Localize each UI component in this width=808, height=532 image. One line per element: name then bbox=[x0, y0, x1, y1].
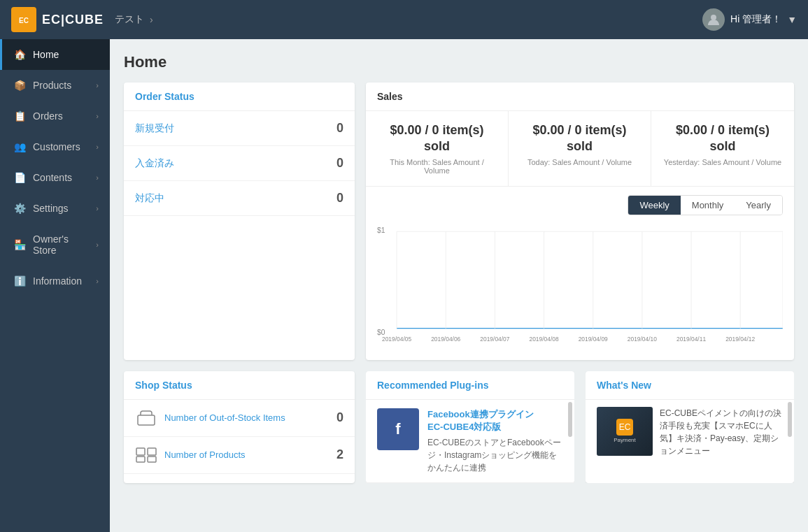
chevron-icon: › bbox=[96, 81, 99, 89]
sidebar-item-settings[interactable]: ⚙️ Settings › bbox=[0, 193, 110, 224]
nav-left: EC EC|CUBE テスト › bbox=[11, 7, 153, 32]
logo[interactable]: EC EC|CUBE bbox=[11, 7, 104, 32]
plugin-info: Facebook連携プラグインEC-CUBE4対応版 EC-CUBEのストアとF… bbox=[427, 408, 563, 474]
shop-status-row-2: Number of Products 2 bbox=[124, 437, 355, 474]
sales-label-today: Today: Sales Amount / Volume bbox=[520, 158, 639, 166]
breadcrumb-item[interactable]: テスト bbox=[115, 13, 144, 26]
svg-rect-26 bbox=[148, 448, 156, 455]
scroll-indicator[interactable] bbox=[567, 399, 573, 480]
breadcrumb-separator: › bbox=[150, 14, 153, 25]
out-of-stock-count: 0 bbox=[336, 410, 343, 425]
sidebar-label-customers: Customers bbox=[33, 141, 89, 152]
sidebar-item-products[interactable]: 📦 Products › bbox=[0, 70, 110, 101]
user-menu[interactable]: Hi 管理者！ ▼ bbox=[702, 8, 797, 31]
svg-text:2019/04/07: 2019/04/07 bbox=[480, 336, 509, 343]
sales-chart: $1 $0 2019/04/05 2019/04/06 2019/04/07 2… bbox=[377, 221, 783, 347]
shop-status-card: Shop Status Number of Out-of-Stock Items… bbox=[124, 371, 355, 483]
sales-header: Sales bbox=[366, 82, 794, 111]
chevron-icon: › bbox=[96, 277, 99, 285]
sidebar-label-settings: Settings bbox=[33, 203, 89, 214]
chevron-icon: › bbox=[96, 240, 99, 249]
user-label: Hi 管理者！ bbox=[730, 13, 781, 26]
sidebar-item-owners-store[interactable]: 🏪 Owner's Store › bbox=[0, 224, 110, 266]
weekly-button[interactable]: Weekly bbox=[628, 196, 680, 215]
news-image-icon: EC bbox=[616, 419, 633, 436]
contents-icon: 📄 bbox=[13, 172, 26, 183]
chevron-icon: › bbox=[96, 173, 99, 182]
whats-new-card: What's New EC Payment EC-CUBEペイメントの向けの決済… bbox=[586, 371, 794, 483]
monthly-button[interactable]: Monthly bbox=[681, 196, 735, 215]
sidebar-label-orders: Orders bbox=[33, 110, 89, 122]
orders-icon: 📋 bbox=[13, 110, 26, 122]
sales-metrics: $0.00 / 0 item(s)sold This Month: Sales … bbox=[366, 111, 794, 187]
sales-metric-today: $0.00 / 0 item(s)sold Today: Sales Amoun… bbox=[509, 111, 651, 186]
main-content: Home Order Status 新規受付 0 入金済み 0 対応中 0 bbox=[110, 39, 808, 532]
sidebar-item-orders[interactable]: 📋 Orders › bbox=[0, 101, 110, 131]
shop-status-left-1: Number of Out-of-Stock Items bbox=[135, 410, 285, 426]
num-products-label[interactable]: Number of Products bbox=[164, 450, 246, 460]
plugins-card: Recommended Plug-ins f Facebook連携プラグインEC… bbox=[366, 371, 574, 483]
out-of-stock-label[interactable]: Number of Out-of-Stock Items bbox=[164, 412, 285, 423]
sidebar-label-contents: Contents bbox=[33, 172, 89, 183]
products-count-icon bbox=[135, 447, 157, 463]
shop-status-header: Shop Status bbox=[124, 371, 355, 400]
order-label-shinki[interactable]: 新規受付 bbox=[135, 122, 174, 135]
period-button-group: Weekly Monthly Yearly bbox=[628, 195, 783, 215]
sidebar-label-owners-store: Owner's Store bbox=[33, 233, 89, 256]
products-icon: 📦 bbox=[13, 80, 26, 91]
shop-status-row-1: Number of Out-of-Stock Items 0 bbox=[124, 400, 355, 437]
plugin-title[interactable]: Facebook連携プラグインEC-CUBE4対応版 bbox=[427, 408, 563, 433]
svg-rect-24 bbox=[138, 415, 155, 425]
scroll-thumb bbox=[568, 402, 572, 437]
settings-icon: ⚙️ bbox=[13, 203, 26, 214]
order-status-card: Order Status 新規受付 0 入金済み 0 対応中 0 bbox=[124, 82, 355, 360]
chevron-icon: › bbox=[96, 112, 99, 120]
svg-text:$1: $1 bbox=[377, 227, 385, 234]
sidebar-item-home[interactable]: 🏠 Home bbox=[0, 39, 110, 70]
customers-icon: 👥 bbox=[13, 141, 26, 152]
svg-text:2019/04/06: 2019/04/06 bbox=[431, 336, 460, 343]
sales-panel: Sales $0.00 / 0 item(s)sold This Month: … bbox=[366, 82, 794, 360]
order-label-nyukin[interactable]: 入金済み bbox=[135, 157, 174, 170]
page-title: Home bbox=[124, 53, 794, 71]
order-count-nyukin: 0 bbox=[336, 156, 343, 171]
news-text: EC-CUBEペイメントの向けの決済手段も充実【スマホECに人気】キ決済・Pay… bbox=[660, 407, 783, 457]
svg-text:2019/04/08: 2019/04/08 bbox=[530, 336, 559, 343]
shop-status-left-2: Number of Products bbox=[135, 447, 246, 463]
top-navigation: EC EC|CUBE テスト › Hi 管理者！ ▼ bbox=[0, 0, 808, 39]
svg-rect-25 bbox=[136, 448, 145, 455]
chart-area: $1 $0 2019/04/05 2019/04/06 2019/04/07 2… bbox=[366, 215, 794, 360]
sidebar: 🏠 Home 📦 Products › 📋 Orders › 👥 Custome… bbox=[0, 39, 110, 532]
main-layout: 🏠 Home 📦 Products › 📋 Orders › 👥 Custome… bbox=[0, 39, 808, 532]
chevron-icon: › bbox=[96, 204, 99, 213]
svg-rect-27 bbox=[136, 456, 145, 462]
order-label-taiou[interactable]: 対応中 bbox=[135, 192, 164, 205]
order-status-header: Order Status bbox=[124, 82, 355, 111]
news-scroll-indicator[interactable] bbox=[787, 399, 793, 480]
svg-text:2019/04/10: 2019/04/10 bbox=[628, 336, 657, 343]
chart-controls: Weekly Monthly Yearly bbox=[366, 187, 794, 215]
sidebar-label-products: Products bbox=[33, 80, 89, 91]
plugin-description: EC-CUBEのストアとFacebookページ・Instagramショッピング機… bbox=[427, 436, 563, 474]
sidebar-item-information[interactable]: ℹ️ Information › bbox=[0, 266, 110, 296]
sales-metric-month: $0.00 / 0 item(s)sold This Month: Sales … bbox=[366, 111, 509, 186]
sidebar-item-customers[interactable]: 👥 Customers › bbox=[0, 131, 110, 162]
sidebar-item-contents[interactable]: 📄 Contents › bbox=[0, 162, 110, 193]
yearly-button[interactable]: Yearly bbox=[735, 196, 782, 215]
logo-icon: EC bbox=[11, 7, 36, 32]
svg-text:2019/04/12: 2019/04/12 bbox=[725, 336, 755, 343]
order-count-taiou: 0 bbox=[336, 191, 343, 206]
num-products-count: 2 bbox=[336, 447, 343, 462]
information-icon: ℹ️ bbox=[13, 275, 26, 287]
svg-text:2019/04/11: 2019/04/11 bbox=[676, 336, 706, 343]
breadcrumb: テスト › bbox=[115, 13, 153, 26]
chevron-down-icon: ▼ bbox=[787, 14, 797, 25]
order-status-row-1: 新規受付 0 bbox=[124, 111, 355, 146]
order-status-row-2: 入金済み 0 bbox=[124, 146, 355, 181]
order-status-row-3: 対応中 0 bbox=[124, 181, 355, 216]
sidebar-label-home: Home bbox=[33, 49, 99, 60]
svg-text:EC: EC bbox=[19, 17, 29, 24]
chevron-icon: › bbox=[96, 143, 99, 151]
whats-new-header: What's New bbox=[586, 371, 794, 400]
sales-value-month: $0.00 / 0 item(s)sold bbox=[377, 122, 497, 155]
